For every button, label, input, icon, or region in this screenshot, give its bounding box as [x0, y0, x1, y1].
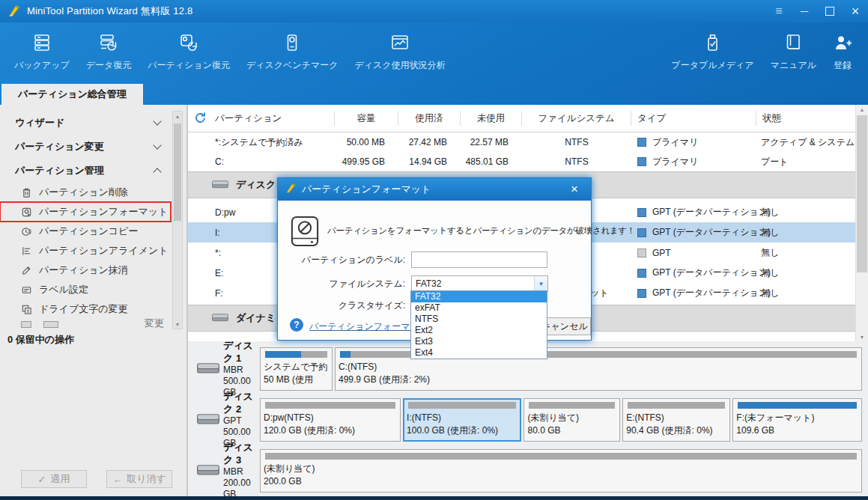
scroll-down-icon[interactable]: ▼ [856, 332, 868, 341]
sidebar-item-change-drive-letter[interactable]: ドライブ文字の変更 [0, 299, 171, 319]
close-button[interactable]: × [843, 0, 868, 22]
title-bar: MiniTool Partition Wizard 無料版 12.8 ≡ ─ × [0, 0, 868, 22]
toolbar-backup[interactable]: バックアップ [6, 30, 78, 72]
sidebar-item-format-partition[interactable]: パーティションフォーマット [0, 202, 171, 222]
sidebar-item-delete-partition[interactable]: パーティション削除 [0, 183, 171, 202]
chevron-up-icon [153, 168, 161, 176]
toolbar-register[interactable]: 登録 [825, 30, 861, 72]
register-icon [833, 30, 852, 55]
bootable-media-icon [702, 30, 722, 55]
gpt-type-icon [637, 249, 646, 257]
dialog-close-icon[interactable]: × [565, 182, 583, 197]
sidebar-item-align-partition[interactable]: パーティションアライメント [0, 241, 171, 260]
table-row-c-drive[interactable]: C: 499.95 GB 14.94 GB 485.01 GB NTFS プライ… [188, 152, 855, 171]
apply-button[interactable]: ✓ 適用 [21, 470, 87, 488]
manual-icon [783, 30, 803, 55]
wipe-partition-icon [21, 265, 32, 276]
sidebar-item-copy-partition[interactable]: パーティションコピー [0, 222, 171, 241]
list-scrollbar[interactable]: ▲ ▼ [855, 105, 868, 341]
partition-cell-unallocated[interactable]: (未割り当て) 200.0 GB [260, 449, 862, 493]
sidebar-section-partition-management[interactable]: パーティション管理 [0, 159, 171, 183]
maximize-button[interactable] [817, 0, 843, 22]
toolbar-partition-recovery[interactable]: パーティション復元 [139, 30, 238, 72]
sidebar-section-partition-change[interactable]: パーティション変更 [0, 135, 171, 159]
chevron-down-icon [153, 141, 161, 149]
usage-bar [628, 402, 725, 409]
toolbar-bootable-media[interactable]: ブータブルメディア [663, 30, 762, 72]
window-title: MiniTool Partition Wizard 無料版 12.8 [27, 4, 192, 18]
sidebar-scrollbar[interactable]: ▲ ▼ [172, 111, 183, 329]
change-drive-letter-icon [21, 304, 32, 315]
undo-button[interactable]: ← 取り消す [106, 470, 172, 488]
scroll-up-icon[interactable]: ▲ [173, 112, 182, 121]
partition-cell-i-selected[interactable]: I:(NTFS) 100.0 GB (使用済: 0%) [403, 398, 521, 442]
dropdown-option-fat32[interactable]: FAT32 [411, 291, 547, 302]
usage-bar [408, 402, 516, 409]
dropdown-arrow-icon[interactable]: ▼ [534, 276, 547, 291]
app-window: MiniTool Partition Wizard 無料版 12.8 ≡ ─ ×… [0, 0, 868, 500]
disk2-block: ディスク 2 GPT 500.00 GB D:pw(NTFS) 120.0 GB… [194, 398, 862, 442]
filesystem-combobox[interactable]: FAT32 ▼ [411, 275, 548, 292]
partition-label-input[interactable] [411, 251, 547, 268]
disk-benchmark-icon [282, 30, 302, 55]
dropdown-option-ntfs[interactable]: NTFS [411, 314, 547, 325]
col-header-used: 使用済 [398, 111, 461, 126]
set-label-icon [21, 284, 32, 296]
disk-map: ディスク 1 MBR 500.00 GB システムで予約 50 MB (使用 C… [187, 341, 868, 496]
trash-icon [21, 187, 32, 198]
usage-bar [265, 402, 395, 409]
scrollbar-thumb[interactable] [857, 115, 867, 272]
partition-cell-e[interactable]: E:(NTFS) 90.4 GB (使用済: 0%) [622, 398, 730, 442]
usage-bar [529, 402, 615, 409]
col-header-unused: 未使用 [461, 111, 522, 126]
table-row-system-reserved[interactable]: *:システムで予約済み 50.00 MB 27.42 MB 22.57 MB N… [188, 132, 855, 152]
sidebar-section-wizard[interactable]: ウィザード [0, 111, 171, 135]
dialog-title: パーティションフォーマット [302, 183, 431, 196]
sidebar-item-wipe-partition[interactable]: パーティション抹消 [0, 260, 171, 280]
disk2-label: ディスク 2 GPT 500.00 GB [194, 398, 260, 442]
tab-partition-management[interactable]: パーティション総合管理 [1, 84, 143, 105]
gpt-data-type-icon [637, 208, 646, 217]
dropdown-option-ext3[interactable]: Ext3 [411, 336, 547, 347]
partial-item-icon [21, 321, 31, 328]
app-logo-icon [7, 4, 21, 18]
toolbar-data-recovery[interactable]: データ復元 [78, 30, 140, 72]
dropdown-option-ext2[interactable]: Ext2 [411, 325, 547, 336]
toolbar-manual[interactable]: マニュアル [762, 30, 825, 72]
pending-operations-label: 0 保留中の操作 [0, 332, 171, 348]
space-analyzer-icon [390, 30, 410, 55]
sidebar-item-set-label[interactable]: ラベル設定 [0, 280, 171, 299]
menu-button[interactable]: ≡ [766, 0, 792, 22]
dialog-logo-icon [285, 183, 297, 196]
sidebar-item-partial[interactable]: 変更 [0, 319, 171, 329]
minimize-button[interactable]: ─ [792, 0, 817, 22]
disk-icon [212, 180, 228, 191]
col-header-partition: パーティション [188, 111, 335, 126]
dropdown-option-ext4[interactable]: Ext4 [411, 347, 547, 359]
filesystem-label: ファイルシステム: [278, 278, 405, 290]
window-bottom-border [0, 496, 868, 500]
scroll-up-icon[interactable]: ▲ [856, 105, 868, 114]
align-partition-icon [21, 246, 32, 257]
partial-item-icon [43, 321, 58, 328]
col-header-status: 状態 [756, 111, 855, 126]
scroll-down-icon[interactable]: ▼ [173, 320, 182, 329]
format-partition-icon [21, 207, 32, 218]
refresh-icon[interactable] [194, 112, 207, 126]
chevron-down-icon [153, 117, 161, 125]
disk1-label: ディスク 1 MBR 500.00 GB [194, 347, 260, 391]
col-header-capacity: 容量 [335, 111, 398, 126]
disk3-block: ディスク 3 MBR 200.00 GB (未割り当て) 200.0 GB [194, 449, 862, 493]
check-icon: ✓ [38, 474, 46, 485]
partition-label-label: パーティションのラベル: [278, 254, 405, 266]
partition-cell-system-reserved[interactable]: システムで予約 50 MB (使用 [260, 347, 333, 391]
toolbar-disk-benchmark[interactable]: ディスクベンチマーク [238, 30, 347, 72]
partition-cell-f[interactable]: F:(未フォーマット) 109.6 GB [732, 398, 862, 442]
dropdown-option-exfat[interactable]: exFAT [411, 302, 547, 314]
gpt-data-type-icon [637, 289, 646, 298]
scrollbar-thumb[interactable] [174, 124, 181, 221]
partition-cell-unallocated[interactable]: (未割り当て) 80.0 GB [523, 398, 620, 442]
backup-icon [32, 30, 52, 55]
partition-cell-d[interactable]: D:pw(NTFS) 120.0 GB (使用済: 0%) [260, 398, 401, 442]
toolbar-space-analyzer[interactable]: ディスク使用状況分析 [346, 30, 453, 72]
